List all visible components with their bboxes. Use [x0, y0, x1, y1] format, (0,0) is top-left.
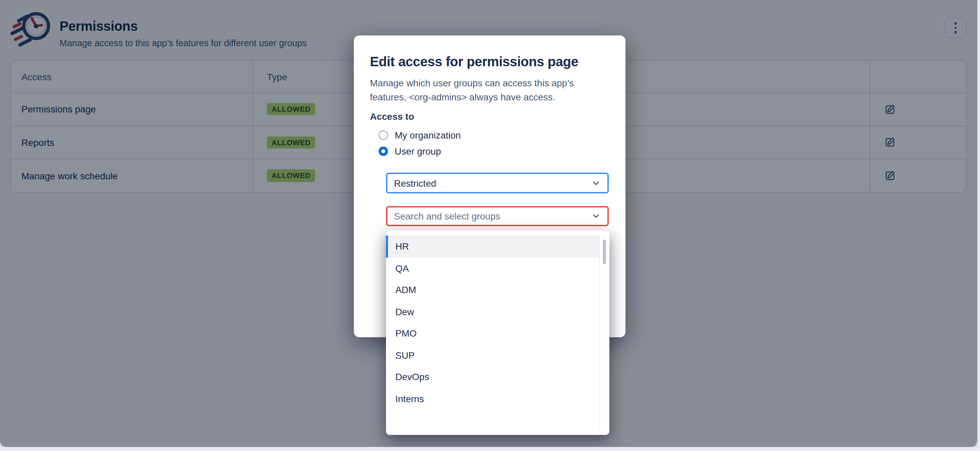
- option-label: QA: [395, 263, 409, 274]
- radio-option-user-group[interactable]: User group: [372, 143, 609, 159]
- group-option-dew[interactable]: Dew: [386, 301, 599, 322]
- option-label: Dew: [395, 306, 414, 317]
- option-label: SUP: [395, 350, 415, 361]
- restriction-select-value: Restricted: [394, 178, 436, 188]
- group-option-qa[interactable]: QA: [386, 257, 599, 279]
- option-label: DevOps: [395, 372, 429, 382]
- group-option-pmo[interactable]: PMO: [386, 322, 599, 344]
- group-options-list: HR QA ADM Dew PMO SUP DevOps Interns: [386, 236, 600, 430]
- chevron-down-icon: [591, 178, 601, 188]
- modal-title: Edit access for permissions page: [370, 54, 609, 70]
- group-option-devops[interactable]: DevOps: [386, 366, 599, 388]
- group-option-adm[interactable]: ADM: [386, 279, 599, 301]
- option-label: ADM: [395, 285, 416, 295]
- radio-selected-icon: [379, 147, 388, 156]
- access-radio-group: My organization User group: [372, 127, 609, 159]
- app-frame: Permissions Manage access to this app’s …: [0, 0, 977, 447]
- option-label: HR: [395, 241, 409, 252]
- group-option-interns[interactable]: Interns: [386, 388, 599, 410]
- page-horizontal-scrollbar[interactable]: [0, 447, 977, 451]
- active-option-bar: [386, 236, 388, 257]
- option-label: Interns: [395, 394, 424, 404]
- radio-label: User group: [395, 146, 441, 156]
- modal-description: Manage which user groups can access this…: [370, 76, 605, 104]
- group-search-select[interactable]: Search and select groups: [386, 206, 609, 226]
- radio-option-my-organization[interactable]: My organization: [372, 127, 609, 143]
- group-option-hr[interactable]: HR: [386, 236, 599, 257]
- page-vertical-scrollbar[interactable]: [977, 0, 980, 447]
- page: Permissions Manage access to this app’s …: [0, 0, 980, 451]
- access-to-label: Access to: [370, 111, 609, 123]
- option-label: PMO: [395, 328, 417, 339]
- radio-label: My organization: [395, 130, 461, 140]
- group-option-sup[interactable]: SUP: [386, 344, 599, 366]
- radio-unselected-icon: [379, 131, 388, 140]
- group-options-popup: HR QA ADM Dew PMO SUP DevOps Interns: [386, 230, 609, 435]
- group-search-placeholder: Search and select groups: [394, 211, 500, 222]
- chevron-down-icon: [591, 212, 601, 221]
- restriction-select[interactable]: Restricted: [386, 173, 609, 193]
- popup-scrollbar-thumb[interactable]: [603, 239, 606, 264]
